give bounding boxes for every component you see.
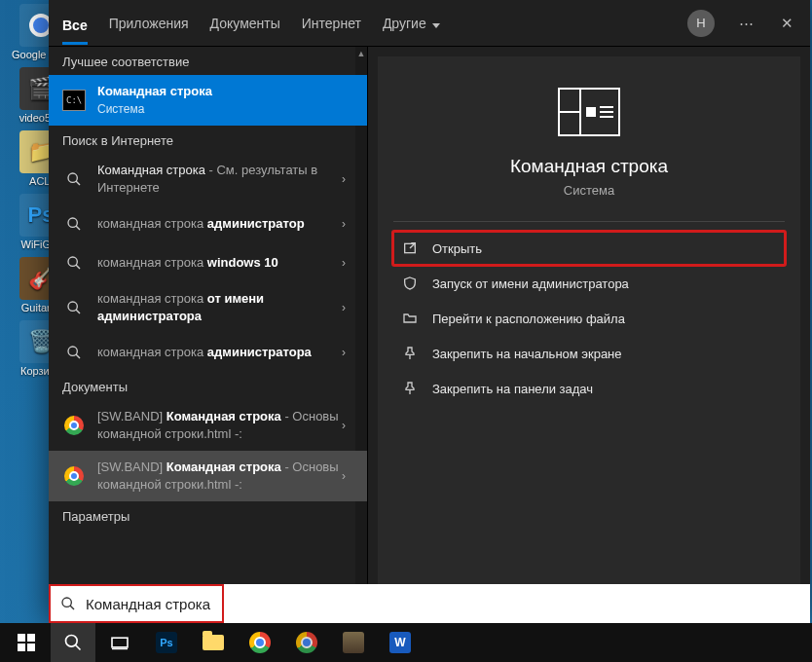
document-result-selected[interactable]: [SW.BAND] Командная строка - Основы кома… (49, 451, 367, 501)
svg-line-5 (76, 265, 80, 269)
svg-line-17 (76, 645, 81, 650)
tab-documents[interactable]: Документы (210, 12, 280, 35)
chevron-down-icon (430, 16, 440, 31)
action-label: Перейти к расположению файла (432, 312, 625, 326)
svg-line-9 (76, 354, 80, 358)
search-icon (62, 212, 86, 236)
preview-actions: Открыть Запуск от имени администратора П… (378, 222, 800, 415)
web-result[interactable]: командная строка администратора › (49, 333, 367, 372)
svg-point-0 (68, 173, 77, 182)
search-filter-tabs: Все Приложения Документы Интернет Другие… (49, 0, 810, 47)
chrome-icon (296, 632, 317, 653)
shield-icon (401, 275, 419, 292)
action-label: Закрепить на панели задач (432, 382, 593, 396)
section-parameters: Параметры (49, 501, 367, 530)
chevron-right-icon: › (342, 217, 346, 231)
section-documents: Документы (49, 372, 367, 400)
web-result[interactable]: Командная строка - См. результаты в Инте… (49, 154, 367, 204)
photoshop-icon: Ps (156, 632, 177, 653)
search-box[interactable]: Командная строка (49, 584, 810, 623)
pin-icon (401, 345, 419, 362)
chrome-icon (62, 464, 86, 488)
search-icon (62, 341, 86, 364)
app-window-icon (558, 88, 620, 136)
taskbar-word[interactable]: W (378, 623, 423, 662)
scroll-up-icon[interactable]: ▲ (355, 47, 367, 60)
taskbar-taskview[interactable] (97, 623, 142, 662)
taskbar-app[interactable] (331, 623, 376, 662)
search-input-text: Командная строка (86, 596, 210, 612)
web-result[interactable]: командная строка от имени администратора… (49, 282, 367, 333)
document-result[interactable]: [SW.BAND] Командная строка - Основы кома… (49, 400, 367, 451)
result-subtitle: Система (97, 100, 353, 118)
tab-web[interactable]: Интернет (302, 12, 361, 35)
doc-bold: Командная строка (166, 460, 281, 474)
chevron-right-icon: › (342, 346, 346, 359)
chevron-right-icon: › (342, 256, 346, 270)
svg-point-4 (68, 257, 77, 266)
action-label: Закрепить на начальном экране (432, 347, 622, 361)
doc-pre: [SW.BAND] (97, 409, 166, 423)
windows-logo-icon (18, 634, 35, 651)
taskbar-photoshop[interactable]: Ps (144, 623, 189, 662)
result-prefix: командная строка (97, 345, 207, 359)
pin-icon (401, 380, 419, 397)
open-icon (401, 239, 419, 257)
svg-line-7 (76, 310, 80, 313)
chevron-right-icon: › (342, 469, 346, 483)
result-title: Командная строка (97, 83, 353, 100)
chevron-right-icon: › (342, 301, 346, 314)
action-label: Запуск от имени администратора (432, 276, 629, 291)
close-button[interactable]: ✕ (777, 15, 796, 32)
tab-all[interactable]: Все (62, 14, 88, 45)
start-search-panel: Все Приложения Документы Интернет Другие… (49, 0, 810, 623)
result-prefix: командная строка (97, 291, 207, 306)
action-run-as-admin[interactable]: Запуск от имени администратора (393, 267, 785, 300)
tab-more[interactable]: Другие (383, 12, 440, 35)
action-open-location[interactable]: Перейти к расположению файла (393, 302, 785, 335)
action-pin-start[interactable]: Закрепить на начальном экране (393, 337, 785, 370)
svg-rect-18 (112, 638, 128, 647)
result-best-match[interactable]: C:\ Командная строка Система (49, 75, 367, 126)
svg-line-15 (70, 606, 74, 609)
search-icon (62, 167, 86, 191)
section-best-match: Лучшее соответствие (49, 47, 367, 75)
preview-subtitle: Система (564, 183, 614, 198)
preview-pane: Командная строка Система Открыть Запуск … (368, 47, 810, 623)
more-options-button[interactable]: ⋯ (736, 15, 756, 32)
taskbar-search[interactable] (51, 623, 95, 662)
cmd-icon: C:\ (62, 89, 86, 112)
taskbar-explorer[interactable] (191, 623, 236, 662)
taskbar-chrome-2[interactable] (284, 623, 329, 662)
taskbar: Ps W (0, 623, 812, 662)
action-pin-taskbar[interactable]: Закрепить на панели задач (393, 372, 785, 405)
word-icon: W (389, 632, 411, 653)
app-icon (343, 632, 364, 653)
search-icon (63, 633, 83, 652)
preview-title: Командная строка (510, 156, 668, 177)
web-result[interactable]: командная строка windows 10 › (49, 243, 367, 282)
taskbar-chrome[interactable] (238, 623, 282, 662)
svg-point-8 (68, 347, 77, 355)
tab-more-label: Другие (383, 16, 426, 31)
user-avatar[interactable]: Н (687, 10, 715, 37)
tab-apps[interactable]: Приложения (109, 12, 189, 35)
chrome-icon (249, 632, 271, 653)
action-open[interactable]: Открыть (393, 232, 785, 265)
result-text: Командная строка (97, 163, 205, 177)
start-button[interactable] (4, 623, 49, 662)
result-prefix: командная строка (97, 216, 207, 231)
search-icon (62, 251, 86, 275)
web-result[interactable]: командная строка администратор › (49, 204, 367, 243)
chrome-icon (62, 414, 86, 437)
chevron-right-icon: › (342, 172, 346, 186)
chevron-right-icon: › (342, 419, 346, 432)
svg-point-14 (62, 598, 71, 607)
doc-pre: [SW.BAND] (97, 460, 166, 474)
doc-bold: Командная строка (166, 409, 281, 423)
taskview-icon (110, 635, 129, 650)
search-icon (62, 296, 86, 319)
svg-point-2 (68, 218, 77, 227)
result-prefix: командная строка (97, 255, 207, 270)
folder-icon (401, 310, 419, 327)
